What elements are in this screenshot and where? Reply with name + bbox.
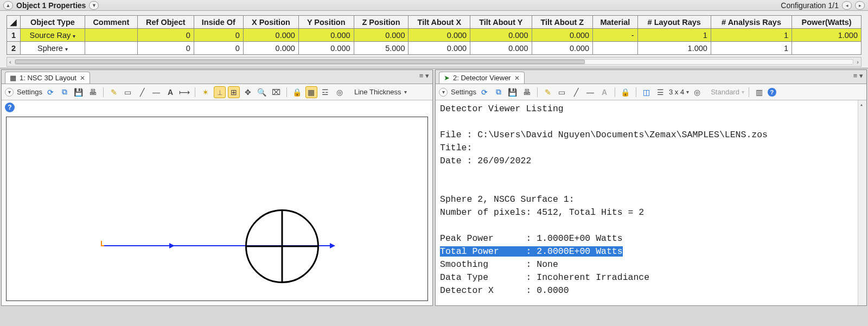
window-icon[interactable]: ◫ xyxy=(641,86,653,98)
layers-icon[interactable]: ☲ xyxy=(320,86,331,98)
scroll-thumb[interactable] xyxy=(15,60,585,64)
minus-icon[interactable]: — xyxy=(150,86,162,98)
refresh-icon[interactable]: ⟳ xyxy=(478,86,490,98)
refresh-icon[interactable]: ⟳ xyxy=(44,86,56,98)
col-x-position[interactable]: X Position xyxy=(243,16,298,29)
analysis-rays-cell[interactable]: 1 xyxy=(711,29,792,42)
col-analysis-rays[interactable]: # Analysis Rays xyxy=(711,16,792,29)
material-cell[interactable]: - xyxy=(593,29,637,42)
row-number-cell[interactable]: 2 xyxy=(7,42,21,55)
coordinate-icon[interactable]: ⊞ xyxy=(228,86,240,98)
lock-icon[interactable]: 🔒 xyxy=(291,86,303,98)
x-position-cell[interactable]: 0.000 xyxy=(243,42,298,55)
ref-object-cell[interactable]: 0 xyxy=(137,29,194,42)
text-a-icon[interactable]: A xyxy=(164,86,176,98)
chevron-down-icon[interactable]: ▾ xyxy=(742,89,744,95)
grid-size-label[interactable]: 3 x 4 xyxy=(669,88,684,96)
help-icon[interactable]: ? xyxy=(5,103,15,112)
rectangle-icon[interactable]: ▭ xyxy=(122,86,134,98)
tilt-z-cell[interactable]: 0.000 xyxy=(532,29,593,42)
settings-expand-button[interactable]: ▾ xyxy=(5,88,14,97)
pane-menu-icon[interactable]: ≡ ▾ xyxy=(853,72,863,80)
inside-of-cell[interactable]: 0 xyxy=(194,29,243,42)
col-tilt-z[interactable]: Tilt About Z xyxy=(532,16,593,29)
target-icon[interactable]: ◎ xyxy=(334,86,346,98)
col-comment[interactable]: Comment xyxy=(85,16,137,29)
col-object-type[interactable]: Object Type xyxy=(21,16,85,29)
line-icon[interactable]: ╱ xyxy=(136,86,148,98)
help-icon[interactable]: ? xyxy=(768,88,776,97)
power-cell[interactable]: 1.000 xyxy=(792,29,861,42)
settings-expand-button[interactable]: ▾ xyxy=(439,88,448,97)
collapse-down-button[interactable]: ▼ xyxy=(89,1,99,10)
copy-icon[interactable]: ⧉ xyxy=(59,86,71,98)
x-position-cell[interactable]: 0.000 xyxy=(243,29,298,42)
layout-rays-cell[interactable]: 1.000 xyxy=(637,42,711,55)
tilt-y-cell[interactable]: 0.000 xyxy=(470,29,532,42)
pencil-icon[interactable]: ✎ xyxy=(542,86,554,98)
print-icon[interactable]: 🖶 xyxy=(87,86,99,98)
scroll-right-icon[interactable]: › xyxy=(857,59,859,65)
object-type-cell[interactable]: Source Ray▾ xyxy=(21,29,85,42)
scroll-track[interactable] xyxy=(15,59,854,65)
material-cell[interactable] xyxy=(593,42,637,55)
col-z-position[interactable]: Z Position xyxy=(354,16,409,29)
y-position-cell[interactable]: 0.000 xyxy=(298,29,354,42)
tilt-y-cell[interactable]: 0.000 xyxy=(470,42,532,55)
config-next-button[interactable]: ▸ xyxy=(855,1,865,10)
tilt-x-cell[interactable]: 0.000 xyxy=(409,42,470,55)
dimension-icon[interactable]: ⟼ xyxy=(178,86,190,98)
tab-detector-viewer[interactable]: ➤ 2: Detector Viewer ✕ xyxy=(439,72,525,84)
layout-rays-cell[interactable]: 1 xyxy=(637,29,711,42)
rectangle-icon[interactable]: ▭ xyxy=(556,86,568,98)
copy-icon[interactable]: ⧉ xyxy=(493,86,505,98)
chart-icon[interactable]: ▥ xyxy=(754,86,765,98)
settings-label[interactable]: Settings xyxy=(17,88,42,96)
ref-object-cell[interactable]: 0 xyxy=(137,42,194,55)
col-tilt-x[interactable]: Tilt About X xyxy=(409,16,470,29)
dropdown-icon[interactable]: ▾ xyxy=(73,33,75,39)
z-position-cell[interactable]: 0.000 xyxy=(354,29,409,42)
comment-cell[interactable] xyxy=(85,29,137,42)
table-row[interactable]: 1Source Ray▾000.0000.0000.0000.0000.0000… xyxy=(7,29,861,42)
col-material[interactable]: Material xyxy=(593,16,637,29)
object-type-cell[interactable]: Sphere▾ xyxy=(21,42,85,55)
zoom-icon[interactable]: 🔍 xyxy=(256,86,268,98)
row-number-cell[interactable]: 1 xyxy=(7,29,21,42)
nsc-3d-layout-canvas[interactable] xyxy=(6,117,428,301)
object-properties-table[interactable]: ◢ Object Type Comment Ref Object Inside … xyxy=(7,15,861,55)
target-icon[interactable]: ◎ xyxy=(691,86,703,98)
settings-label[interactable]: Settings xyxy=(451,88,476,96)
minus-icon[interactable]: — xyxy=(584,86,596,98)
chevron-down-icon[interactable]: ▾ xyxy=(404,89,407,95)
pane-menu-icon[interactable]: ≡ ▾ xyxy=(419,72,429,80)
scroll-left-icon[interactable]: ‹ xyxy=(9,59,11,65)
config-prev-button[interactable]: ◂ xyxy=(842,1,852,10)
col-tilt-y[interactable]: Tilt About Y xyxy=(470,16,532,29)
power-cell[interactable] xyxy=(792,42,861,55)
print-icon[interactable]: 🖶 xyxy=(521,86,533,98)
stack-icon[interactable]: ☰ xyxy=(655,86,667,98)
scroll-up-icon[interactable]: ▴ xyxy=(860,101,863,110)
detector-listing[interactable]: Detector Viewer Listing File : C:\Users\… xyxy=(436,100,866,305)
close-icon[interactable]: ✕ xyxy=(80,74,85,82)
tilt-x-cell[interactable]: 0.000 xyxy=(409,29,470,42)
text-a-icon[interactable]: A xyxy=(598,86,610,98)
dropdown-icon[interactable]: ▾ xyxy=(65,46,68,52)
col-layout-rays[interactable]: # Layout Rays xyxy=(637,16,711,29)
lock-icon[interactable]: 🔒 xyxy=(620,86,631,98)
mode-label[interactable]: Standard xyxy=(711,88,739,96)
line-icon[interactable]: ╱ xyxy=(570,86,582,98)
save-icon[interactable]: 💾 xyxy=(73,86,85,98)
save-icon[interactable]: 💾 xyxy=(507,86,519,98)
y-position-cell[interactable]: 0.000 xyxy=(298,42,354,55)
col-y-position[interactable]: Y Position xyxy=(298,16,354,29)
table-horizontal-scrollbar[interactable]: ‹ › xyxy=(7,57,861,67)
pencil-icon[interactable]: ✎ xyxy=(108,86,120,98)
col-power[interactable]: Power(Watts) xyxy=(792,16,861,29)
listing-vertical-scrollbar[interactable]: ▴ xyxy=(858,100,866,305)
orientation-icon[interactable]: ⟂ xyxy=(214,86,226,98)
z-position-cell[interactable]: 5.000 xyxy=(354,42,409,55)
analysis-rays-cell[interactable]: 1 xyxy=(711,42,792,55)
comment-cell[interactable] xyxy=(85,42,137,55)
